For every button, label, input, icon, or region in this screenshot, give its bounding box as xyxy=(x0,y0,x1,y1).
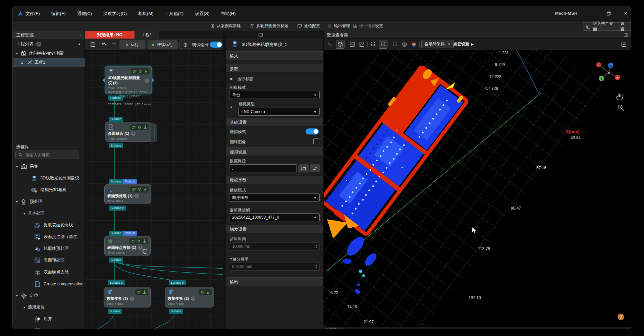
output-port-tag[interactable]: Surface xyxy=(169,309,183,314)
hatch-view-button[interactable] xyxy=(348,40,357,49)
help-badge[interactable]: ? xyxy=(135,194,139,198)
settings-button[interactable]: 设置 xyxy=(375,23,383,29)
step-item-noise-removal[interactable]: 表面噪点去除 xyxy=(13,266,85,278)
layers-colored-button[interactable] xyxy=(410,40,418,49)
spin-buttons[interactable]: ▲▼ xyxy=(313,243,319,250)
collapse-check-icon[interactable] xyxy=(137,125,142,129)
camera-type-select[interactable]: LNX-Camera▼ xyxy=(238,108,320,116)
menu-camera[interactable]: 相机(M) xyxy=(138,9,154,18)
step-search-input[interactable] xyxy=(25,152,76,158)
layers-button[interactable] xyxy=(400,40,409,49)
production-settings-button[interactable]: 设置 xyxy=(621,21,628,32)
step-item-point-filter[interactable]: 表面点过滤（通过... xyxy=(13,231,85,243)
help-badge[interactable]: ? xyxy=(138,245,143,250)
run-continuous-button[interactable]: ▶连续运行 xyxy=(148,40,178,49)
help-badge[interactable]: ? xyxy=(145,78,149,83)
help-badge[interactable]: ? xyxy=(36,42,41,47)
project-item-selected[interactable]: 1 工程1 xyxy=(13,58,85,67)
help-badge[interactable]: ? xyxy=(130,296,134,301)
preview-eye-icon[interactable] xyxy=(131,187,136,192)
step-item-align[interactable]: 对齐 xyxy=(13,313,85,325)
flip-image-checkbox[interactable] xyxy=(313,138,319,144)
chevron-down-icon[interactable]: ▼ xyxy=(230,106,233,109)
help-button[interactable]: ? xyxy=(618,314,624,320)
gizmo-ball-red[interactable] xyxy=(596,62,601,67)
view-3d-button[interactable] xyxy=(336,40,344,49)
tab-project1[interactable]: 工程1 xyxy=(135,31,159,39)
help-badge[interactable]: ? xyxy=(131,131,136,136)
menu-settings[interactable]: 设置(S) xyxy=(194,9,210,18)
input-port-tag-poselist[interactable]: PosList xyxy=(123,179,137,184)
timeout-spinbox[interactable]: 10000 ms ▲▼ xyxy=(229,242,320,250)
output-port-tag[interactable]: Surface xyxy=(108,96,123,101)
run-flag-label[interactable]: 运行标志 xyxy=(237,76,253,82)
undo-button[interactable] xyxy=(100,41,108,48)
menu-edit[interactable]: 编辑(E) xyxy=(51,9,66,18)
section-virtual-settings[interactable]: 虚拟设置 xyxy=(226,147,323,156)
restore-button[interactable] xyxy=(604,10,614,17)
step-item-blob[interactable]: Blob分析 xyxy=(13,325,85,329)
preview-eye-icon[interactable] xyxy=(132,69,137,74)
input-port-tag[interactable]: Surface xyxy=(109,117,123,122)
pointcloud-3d-viewport[interactable]: -1.231 -6.729 -12.228 -17.726 43.84 67.1… xyxy=(324,50,631,327)
flow-graph-canvas[interactable]: 3D线激光轮廓测量仪 (1)? Time: 1179msdepth图像尺寸(35… xyxy=(85,51,223,329)
step-group-locate[interactable]: ▼定位 xyxy=(13,290,85,301)
play-mode-select[interactable]: 顺序播放▼ xyxy=(229,193,320,202)
step-item-extract-profile[interactable]: 提取表面轮廓线 xyxy=(13,219,85,231)
flow-node-noise-removal[interactable]: 表面噪点去除 (1)? Time: 310ms xyxy=(104,236,151,256)
menu-help[interactable]: 帮助(H) xyxy=(220,9,236,18)
input-port-tag-poselist[interactable]: PosList xyxy=(123,231,137,236)
expand-arrow-icon[interactable]: ▶ xyxy=(230,77,233,80)
flow-node-data-transform-3[interactable]: 数据变换 (3)? Time: < 1ms xyxy=(104,287,151,307)
download-icon[interactable] xyxy=(144,69,148,74)
browse-folder-button[interactable] xyxy=(299,164,309,172)
collapse-check-icon[interactable] xyxy=(137,239,141,243)
pointcloud-settings-button[interactable]: 点云设置▶ xyxy=(453,41,474,47)
save-button[interactable] xyxy=(89,41,97,48)
debug-output-toggle[interactable] xyxy=(210,42,222,48)
collapse-list-icon[interactable]: ▲ xyxy=(78,42,81,46)
panel-splitter-handle[interactable]: ······ xyxy=(45,142,53,144)
minimize-button[interactable]: – xyxy=(587,10,597,17)
run-settings-button[interactable] xyxy=(181,41,190,49)
section-data-type[interactable]: 数据类型 xyxy=(226,176,323,184)
flow-node-laser-profiler[interactable]: 3D线激光轮廓测量仪 (1)? Time: 1179msdepth图像尺寸(35… xyxy=(105,66,152,94)
viewer-expand-button[interactable] xyxy=(620,40,628,49)
dots-dim-button[interactable] xyxy=(391,40,399,49)
y-resolution-spinbox[interactable]: 0.0120 mm ▲▼ xyxy=(229,263,320,271)
run-button[interactable]: ▶运行 xyxy=(119,40,146,49)
preview-eye-icon[interactable] xyxy=(131,239,136,243)
virtual-mode-toggle[interactable] xyxy=(306,128,319,134)
section-basic-settings[interactable]: 基础设置 xyxy=(226,118,323,126)
enter-production-button[interactable]: 进入生产界面 xyxy=(593,21,615,32)
flow-node-surface-preprocess[interactable]: 表面预处理 (1)? Time: 48ms xyxy=(104,184,151,204)
step-item-structured-light[interactable]: 结构光3D相机 xyxy=(13,184,85,196)
orientation-gizmo[interactable]: Z Y X xyxy=(596,62,621,81)
path-check-button[interactable] xyxy=(310,164,320,172)
viewer-panel-icon[interactable] xyxy=(623,32,629,38)
step-item-laser-profiler[interactable]: 3D线激光轮廓测量仪 xyxy=(13,172,85,184)
step-item-surface-preprocess[interactable]: 表面预处理 xyxy=(13,255,85,266)
section-trigger-settings[interactable]: 触发设置 xyxy=(226,225,323,233)
splitter-flow-props[interactable] xyxy=(223,31,226,329)
zoom-in-icon[interactable] xyxy=(618,105,624,111)
download-icon[interactable] xyxy=(143,187,148,192)
menu-deep-learning[interactable]: 深度学习(D) xyxy=(103,9,127,18)
data-path-input[interactable]: . xyxy=(229,164,297,172)
comm-config-button[interactable]: 通信配置 xyxy=(297,23,320,29)
download-icon[interactable] xyxy=(142,239,147,243)
dots-colored-button[interactable] xyxy=(379,40,387,49)
dots-plain-button[interactable] xyxy=(369,40,377,49)
new-from-case-button[interactable]: 从案例库新建 xyxy=(210,23,241,29)
step-group-general-locate[interactable]: ▼通用定位 xyxy=(13,301,85,313)
step-item-profile-preprocess[interactable]: 轮廓线预处理 xyxy=(13,243,85,255)
spin-buttons[interactable]: ▲▼ xyxy=(313,263,319,270)
output-port-tag[interactable]: Surface xyxy=(109,143,123,148)
output-port-tag[interactable]: Surface xyxy=(108,309,122,314)
step-group-capture[interactable]: ▼采集 xyxy=(13,161,85,172)
collapse-panel-button[interactable]: ‹ xyxy=(80,31,81,39)
collapse-check-icon[interactable] xyxy=(137,187,142,192)
section-output[interactable]: 输出 xyxy=(226,277,323,286)
menu-toolbox[interactable]: 工具箱(T) xyxy=(164,9,184,18)
step-group-preprocess[interactable]: ▼预处理 xyxy=(13,196,85,208)
